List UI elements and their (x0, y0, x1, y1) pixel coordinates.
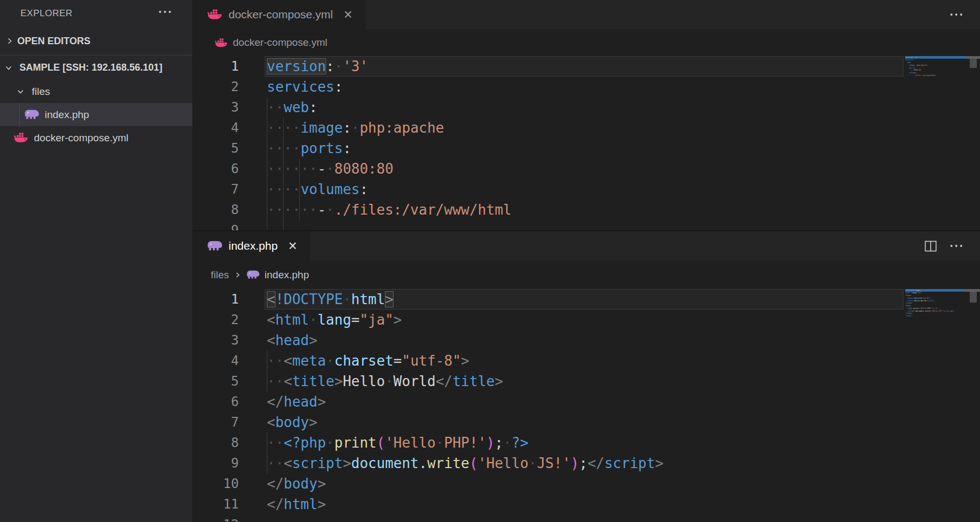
code-token: > (318, 394, 326, 410)
code-token: : (326, 58, 335, 74)
tab-index-php[interactable]: index.php × (193, 231, 310, 260)
code-token: : (914, 59, 915, 61)
code-token: title (928, 300, 934, 302)
sidebar-item-files-folder[interactable]: files (0, 80, 192, 103)
code-line[interactable]: 6······-·8080:80 (193, 159, 980, 179)
code-token: : (360, 181, 368, 197)
code-token: title (292, 373, 334, 389)
code-editor-docker-compose[interactable]: 1version:·'3'2services:3··web:4····image… (193, 56, 980, 230)
code-token: html (351, 291, 385, 307)
code-token: - (318, 202, 326, 218)
code-line[interactable]: 6</head> (193, 392, 980, 412)
breadcrumb: files index.php (193, 260, 980, 289)
tab-label: index.php (229, 239, 278, 252)
code-token: ( (377, 435, 385, 451)
line-number: 3 (193, 97, 239, 118)
code-line[interactable]: 9 (193, 220, 980, 230)
breadcrumb-item-folder[interactable]: files (211, 269, 229, 281)
line-number: 9 (193, 220, 239, 230)
code-token: > (394, 312, 402, 328)
code-line[interactable]: 8··<?php·print('Hello·PHP!');·?> (193, 432, 980, 453)
code-line[interactable]: 3··web: (193, 97, 980, 118)
code-token: > (912, 312, 913, 314)
code-line[interactable]: 8······-·./files:/var/www/html (193, 200, 980, 220)
code-token: · (326, 353, 335, 369)
code-line[interactable]: 5····ports: (193, 138, 980, 159)
code-line[interactable]: 4··<meta·charset="utf-8"> (193, 351, 980, 371)
code-token: head (275, 332, 309, 348)
code-token: > (912, 315, 913, 317)
editor-more-actions-icon[interactable] (950, 13, 962, 16)
open-editors-section[interactable]: OPEN EDITORS (0, 27, 192, 56)
code-token: 'Hello (385, 435, 436, 451)
yaml-file-label: docker-compose.yml (34, 132, 128, 144)
code-line[interactable]: 11</html> (193, 494, 980, 514)
code-token: script (908, 310, 915, 312)
code-token: 'Hello (478, 455, 528, 471)
sidebar-item-docker-compose[interactable]: docker-compose.yml (0, 126, 192, 149)
workspace-section[interactable]: SAMPLE [SSH: 192.168.56.101] (0, 56, 192, 80)
code-token: ports (909, 67, 915, 69)
code-token: > (910, 305, 912, 307)
vertical-scrollbar[interactable] (966, 56, 980, 230)
code-line[interactable]: 9··<script>document.write('Hello·JS!');<… (193, 453, 980, 473)
code-token: head (284, 394, 318, 410)
code-token: ; (495, 435, 503, 451)
code-token: · (436, 435, 444, 451)
tab-bar-top: docker-compose.yml × (193, 0, 980, 29)
code-token: html (284, 496, 318, 512)
code-token: : (309, 99, 318, 115)
code-token: JS!' (939, 310, 943, 312)
code-line[interactable]: 1<!DOCTYPE·html> (193, 289, 980, 310)
code-token: meta (292, 353, 326, 369)
split-editor-icon[interactable] (924, 239, 937, 253)
code-token: script (947, 310, 954, 312)
code-line[interactable]: 7<body> (193, 412, 980, 432)
code-line[interactable]: 3<head> (193, 330, 980, 351)
sidebar-item-index-php[interactable]: index.php (0, 103, 192, 126)
code-line[interactable]: 2<html·lang="ja"> (193, 310, 980, 330)
code-token: </ (436, 373, 452, 389)
code-token: ) (486, 435, 495, 451)
code-line[interactable]: 12 (193, 514, 980, 522)
minimap[interactable]: version:·'3'services:··web:····image:·ph… (905, 56, 966, 220)
explorer-sidebar: EXPLORER OPEN EDITORS SAMPLE [SSH: 192.1… (0, 0, 192, 522)
code-token: > (461, 353, 470, 369)
code-token: </ (267, 394, 284, 410)
code-token: html (275, 312, 309, 328)
tab-docker-compose-yml[interactable]: docker-compose.yml × (193, 0, 365, 29)
code-token: > (912, 302, 913, 304)
code-editor-index-php[interactable]: 1<!DOCTYPE·html>2<html·lang="ja">3<head>… (193, 289, 980, 522)
code-token: ···· (267, 181, 301, 197)
editor-more-actions-icon[interactable] (950, 245, 962, 247)
line-number: 6 (193, 159, 239, 179)
code-token: "ja" (917, 292, 921, 294)
code-line[interactable]: 1version:·'3' (193, 56, 980, 77)
code-line[interactable]: 10</body> (193, 473, 980, 494)
line-number: 9 (193, 453, 239, 473)
code-token: body (906, 305, 910, 307)
code-line[interactable]: 5··<title>Hello·World</title> (193, 371, 980, 392)
line-number: 3 (193, 330, 239, 351)
code-token: > (309, 332, 318, 348)
workspace-label: SAMPLE [SSH: 192.168.56.101] (19, 62, 162, 73)
code-token: body (275, 414, 309, 430)
close-tab-icon[interactable]: × (288, 239, 297, 253)
code-line[interactable]: 7····volumes: (193, 179, 980, 200)
vertical-scrollbar[interactable] (966, 289, 980, 522)
code-token: <?php (284, 435, 326, 451)
code-line[interactable]: 2services: (193, 77, 980, 97)
explorer-more-actions-icon[interactable] (159, 11, 171, 13)
code-token: php:apache (917, 64, 928, 66)
code-token: ?> (512, 435, 528, 451)
close-tab-icon[interactable]: × (344, 8, 353, 22)
code-token: JS!' (537, 455, 571, 471)
code-token: : (915, 67, 916, 69)
line-number: 6 (193, 392, 239, 412)
code-line[interactable]: 4····image:·php:apache (193, 118, 980, 138)
tab-bar-bottom: index.php × (193, 231, 980, 260)
breadcrumb-item-file[interactable]: index.php (265, 269, 309, 281)
minimap[interactable]: <!DOCTYPE·html><html·lang="ja"><head>··<… (905, 289, 966, 514)
breadcrumb-item-file[interactable]: docker-compose.yml (233, 37, 327, 49)
code-token: </ (588, 455, 604, 471)
